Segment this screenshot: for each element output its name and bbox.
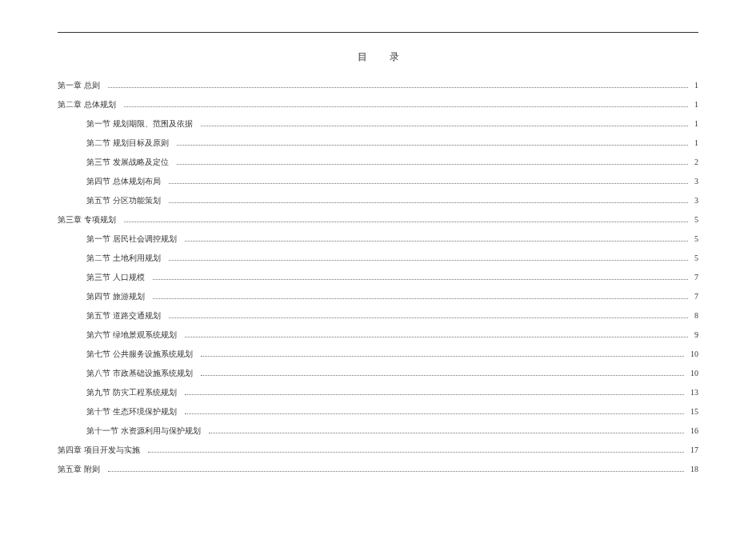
toc-entry-page: 2 bbox=[690, 158, 698, 166]
toc-entry: 第九节 防灾工程系统规划13 bbox=[58, 387, 698, 398]
toc-entry: 第四章 项目开发与实施17 bbox=[58, 445, 698, 456]
toc-entry-label: 第八节 市政基础设施系统规划 bbox=[86, 368, 199, 379]
toc-entry-page: 15 bbox=[686, 407, 698, 416]
toc-entry: 第四节 总体规划布局3 bbox=[58, 176, 698, 187]
toc-entry-label: 第一节 居民社会调控规划 bbox=[86, 234, 183, 245]
toc-leader-dots bbox=[169, 178, 689, 185]
toc-entry: 第四节 旅游规划7 bbox=[58, 291, 698, 302]
toc-entry-label: 第二节 土地利用规划 bbox=[86, 253, 167, 264]
toc-entry-page: 5 bbox=[690, 215, 698, 224]
toc-entry-page: 16 bbox=[686, 426, 698, 435]
toc-entry-label: 第四节 旅游规划 bbox=[86, 291, 151, 302]
toc-entry: 第二节 规划目标及原则1 bbox=[58, 138, 698, 149]
toc-entry-page: 18 bbox=[686, 465, 698, 473]
toc-leader-dots bbox=[177, 158, 689, 166]
toc-entry-label: 第十一节 水资源利用与保护规划 bbox=[86, 425, 207, 437]
toc-entry: 第二节 土地利用规划5 bbox=[58, 253, 698, 264]
toc-leader-dots bbox=[209, 427, 685, 434]
toc-entry-label: 第二章 总体规划 bbox=[58, 99, 122, 110]
toc-entry-page: 7 bbox=[690, 292, 698, 301]
toc-entry: 第五节 分区功能策划3 bbox=[58, 195, 698, 206]
toc-entry-label: 第三节 发展战略及定位 bbox=[86, 157, 175, 168]
toc-entry: 第八节 市政基础设施系统规划10 bbox=[58, 368, 698, 379]
toc-entry: 第五章 附则18 bbox=[58, 464, 698, 475]
toc-entry-label: 第三节 人口规模 bbox=[86, 272, 151, 283]
toc-entry-page: 10 bbox=[686, 349, 698, 358]
toc-entry-page: 13 bbox=[686, 388, 698, 397]
toc-leader-dots bbox=[169, 254, 689, 262]
toc-leader-dots bbox=[177, 139, 689, 146]
toc-entry-page: 8 bbox=[690, 311, 698, 320]
toc-entry: 第一节 居民社会调控规划5 bbox=[58, 234, 698, 245]
toc-leader-dots bbox=[185, 235, 689, 242]
toc-entry-label: 第五章 附则 bbox=[58, 464, 106, 475]
toc-entry-label: 第五节 分区功能策划 bbox=[86, 195, 167, 206]
toc-entry: 第三节 发展战略及定位2 bbox=[58, 157, 698, 168]
toc-entry-label: 第一章 总则 bbox=[58, 80, 106, 91]
toc-entry-label: 第二节 规划目标及原则 bbox=[86, 138, 175, 149]
toc-leader-dots bbox=[148, 446, 685, 453]
toc-entry: 第六节 绿地景观系统规划9 bbox=[58, 329, 698, 341]
toc-entry: 第七节 公共服务设施系统规划10 bbox=[58, 349, 698, 360]
toc-leader-dots bbox=[108, 82, 689, 89]
top-rule bbox=[58, 32, 698, 33]
toc-leader-dots bbox=[124, 101, 689, 108]
toc-leader-dots bbox=[153, 293, 689, 300]
toc-leader-dots bbox=[185, 389, 685, 396]
toc-entry-page: 1 bbox=[690, 138, 698, 147]
toc-leader-dots bbox=[201, 350, 685, 357]
toc-entry-label: 第十节 生态环境保护规划 bbox=[86, 406, 183, 417]
toc-entry: 第二章 总体规划1 bbox=[58, 99, 698, 110]
toc-title: 目录 bbox=[58, 50, 698, 64]
toc-entry-label: 第五节 道路交通规划 bbox=[86, 310, 167, 321]
toc-entry-label: 第九节 防灾工程系统规划 bbox=[86, 387, 183, 398]
toc-list: 第一章 总则1第二章 总体规划1第一节 规划期限、范围及依据1第二节 规划目标及… bbox=[58, 80, 698, 475]
toc-entry-page: 5 bbox=[690, 234, 698, 243]
toc-entry-page: 3 bbox=[690, 196, 698, 205]
toc-entry: 第三节 人口规模7 bbox=[58, 272, 698, 283]
toc-leader-dots bbox=[108, 465, 685, 473]
toc-entry-page: 7 bbox=[690, 273, 698, 281]
toc-entry-page: 1 bbox=[690, 81, 698, 90]
toc-leader-dots bbox=[153, 273, 689, 281]
toc-leader-dots bbox=[185, 331, 689, 338]
toc-entry-label: 第四章 项目开发与实施 bbox=[58, 445, 146, 456]
toc-entry: 第一节 规划期限、范围及依据1 bbox=[58, 118, 698, 130]
toc-entry: 第十一节 水资源利用与保护规划16 bbox=[58, 425, 698, 437]
toc-entry-page: 9 bbox=[690, 330, 698, 339]
toc-entry-label: 第一节 规划期限、范围及依据 bbox=[86, 118, 199, 130]
toc-entry-page: 1 bbox=[690, 100, 698, 109]
toc-entry-label: 第六节 绿地景观系统规划 bbox=[86, 329, 183, 341]
toc-entry: 第一章 总则1 bbox=[58, 80, 698, 91]
toc-entry-page: 3 bbox=[690, 177, 698, 186]
toc-entry-page: 1 bbox=[690, 119, 698, 128]
toc-leader-dots bbox=[201, 369, 685, 377]
page-container: 目录 第一章 总则1第二章 总体规划1第一节 规划期限、范围及依据1第二节 规划… bbox=[0, 0, 756, 507]
toc-leader-dots bbox=[185, 408, 685, 415]
toc-leader-dots bbox=[124, 216, 689, 223]
toc-entry: 第十节 生态环境保护规划15 bbox=[58, 406, 698, 417]
toc-entry-page: 10 bbox=[686, 369, 698, 377]
toc-entry-page: 5 bbox=[690, 254, 698, 262]
toc-entry-label: 第七节 公共服务设施系统规划 bbox=[86, 349, 199, 360]
toc-leader-dots bbox=[169, 197, 689, 204]
toc-entry-page: 17 bbox=[686, 445, 698, 454]
toc-entry: 第三章 专项规划5 bbox=[58, 214, 698, 226]
toc-entry-label: 第三章 专项规划 bbox=[58, 214, 122, 226]
toc-leader-dots bbox=[169, 312, 689, 319]
toc-leader-dots bbox=[201, 120, 689, 127]
toc-entry-label: 第四节 总体规划布局 bbox=[86, 176, 167, 187]
toc-entry: 第五节 道路交通规划8 bbox=[58, 310, 698, 321]
